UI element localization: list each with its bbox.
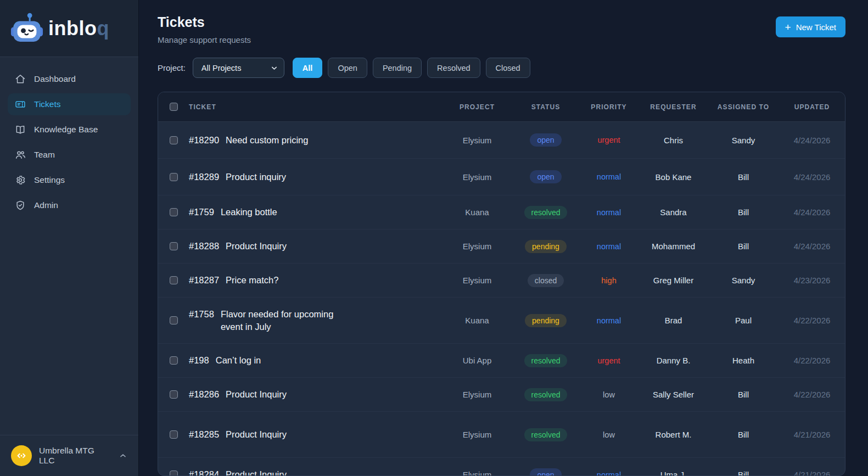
brand-name: inbloq: [48, 17, 109, 40]
row-checkbox[interactable]: [170, 390, 178, 399]
ticket-row[interactable]: #18287Price match?ElysiumclosedhighGreg …: [158, 264, 845, 298]
ticket-row[interactable]: #18290Need custom pricingElysiumopenurge…: [158, 122, 845, 159]
select-all-checkbox[interactable]: [170, 103, 178, 111]
new-ticket-button[interactable]: + New Ticket: [776, 16, 845, 37]
project-select[interactable]: All Projects: [193, 58, 284, 78]
status-badge: pending: [525, 240, 567, 253]
status-badge: resolved: [524, 354, 568, 367]
app-window: inbloq DashboardTicketsKnowledge BaseTea…: [0, 0, 868, 476]
ticket-updated: 4/24/2026: [779, 242, 845, 251]
ticket-row[interactable]: #1758Flavor needed for upcoming event in…: [158, 298, 845, 344]
row-checkbox[interactable]: [170, 430, 178, 439]
filter-tab-pending[interactable]: Pending: [373, 58, 422, 78]
sidebar-item-label: Admin: [34, 200, 58, 210]
ticket-assignee: Bill: [708, 172, 779, 182]
ticket-id: #198: [189, 354, 209, 366]
sidebar-item-knowledge-base[interactable]: Knowledge Base: [8, 119, 131, 141]
ticket-row[interactable]: #18284Product InquiryElysiumopennormalUm…: [158, 458, 845, 476]
row-checkbox[interactable]: [170, 208, 178, 216]
status-badge: resolved: [524, 206, 568, 219]
filter-tab-resolved[interactable]: Resolved: [427, 58, 480, 78]
column-header-updated: UPDATED: [779, 103, 845, 111]
ticket-assignee: Heath: [708, 356, 779, 365]
book-icon: [15, 124, 26, 135]
row-checkbox[interactable]: [170, 471, 178, 476]
org-name: Umbrella MTG LLC: [39, 446, 110, 466]
ticket-updated: 4/23/2026: [779, 276, 845, 285]
column-header-ticket: TICKET: [189, 103, 441, 111]
ticket-requester: Danny B.: [639, 356, 708, 365]
org-switcher[interactable]: Umbrella MTG LLC: [0, 435, 138, 476]
priority-label: low: [603, 430, 615, 439]
status-badge: resolved: [524, 388, 568, 401]
priority-label: normal: [597, 172, 621, 181]
ticket-id: #18285: [189, 428, 219, 440]
ticket-id: #1758: [189, 308, 214, 320]
filter-tab-closed[interactable]: Closed: [486, 58, 530, 78]
shield-check-icon: [15, 200, 26, 211]
ticket-assignee: Paul: [708, 316, 779, 325]
ticket-project: Elysium: [441, 276, 513, 285]
sidebar-item-team[interactable]: Team: [8, 144, 131, 166]
ticket-id: #18287: [189, 274, 219, 286]
ticket-updated: 4/22/2026: [779, 356, 845, 365]
ticket-updated: 4/24/2026: [779, 208, 845, 217]
priority-label: low: [603, 390, 615, 399]
ticket-requester: Sally Seller: [639, 390, 708, 399]
main-content: Tickets Manage support requests + New Ti…: [139, 0, 868, 476]
sidebar-nav: DashboardTicketsKnowledge BaseTeamSettin…: [0, 57, 138, 227]
row-checkbox[interactable]: [170, 242, 178, 250]
sidebar-item-label: Knowledge Base: [34, 125, 98, 135]
robot-mascot-icon: [10, 12, 44, 46]
ticket-row[interactable]: #1759Leaking bottleKuanaresolvednormalSa…: [158, 195, 845, 229]
row-checkbox[interactable]: [170, 173, 178, 181]
ticket-project: Elysium: [441, 136, 513, 145]
ticket-updated: 4/22/2026: [779, 390, 845, 399]
ticket-id: #1759: [189, 206, 214, 218]
sidebar-item-settings[interactable]: Settings: [8, 169, 131, 191]
sidebar-item-tickets[interactable]: Tickets: [8, 93, 131, 115]
page-title: Tickets: [158, 14, 251, 30]
status-badge: closed: [528, 274, 564, 287]
ticket-updated: 4/24/2026: [779, 136, 845, 145]
sidebar-item-label: Dashboard: [34, 74, 76, 84]
ticket-requester: Sandra: [639, 208, 708, 217]
ticket-assignee: Bill: [708, 242, 779, 251]
sidebar-item-admin[interactable]: Admin: [8, 194, 131, 216]
sidebar: inbloq DashboardTicketsKnowledge BaseTea…: [0, 0, 139, 476]
plus-icon: +: [785, 22, 791, 32]
column-header-status: STATUS: [513, 103, 579, 111]
priority-label: urgent: [597, 356, 620, 365]
priority-label: high: [601, 276, 616, 285]
ticket-requester: Uma J.: [639, 470, 708, 476]
page-subtitle: Manage support requests: [158, 35, 251, 44]
filter-bar: Project: All Projects AllOpenPendingReso…: [158, 58, 845, 78]
sidebar-item-dashboard[interactable]: Dashboard: [8, 68, 131, 90]
ticket-id: #18286: [189, 388, 219, 400]
ticket-updated: 4/24/2026: [779, 172, 845, 182]
status-badge: open: [530, 170, 561, 183]
row-checkbox[interactable]: [170, 136, 178, 144]
row-checkbox[interactable]: [170, 276, 178, 284]
ticket-row[interactable]: #18286Product InquiryElysiumresolvedlowS…: [158, 378, 845, 412]
row-checkbox[interactable]: [170, 356, 178, 365]
ticket-row[interactable]: #18285Product InquiryElysiumresolvedlowR…: [158, 412, 845, 458]
org-badge-icon: [11, 445, 32, 466]
ticket-row[interactable]: #198Can’t log inUbi AppresolvedurgentDan…: [158, 344, 845, 378]
filter-tab-all[interactable]: All: [293, 58, 323, 78]
filter-tab-open[interactable]: Open: [328, 58, 367, 78]
ticket-title: Product inquiry: [226, 171, 286, 183]
priority-label: normal: [597, 242, 621, 251]
ticket-row[interactable]: #18289Product inquiryElysiumopennormalBo…: [158, 159, 845, 195]
ticket-title: Flavor needed for upcoming event in July: [221, 308, 358, 333]
status-badge: pending: [525, 314, 567, 327]
ticket-requester: Mohammed: [639, 242, 708, 251]
ticket-assignee: Bill: [708, 470, 779, 476]
ticket-requester: Bob Kane: [639, 172, 708, 182]
ticket-row[interactable]: #18288Product InquiryElysiumpendingnorma…: [158, 229, 845, 264]
ticket-project: Elysium: [441, 242, 513, 251]
ticket-title: Leaking bottle: [221, 206, 277, 218]
row-checkbox[interactable]: [170, 316, 178, 324]
ticket-project: Kuana: [441, 316, 513, 325]
ticket-assignee: Bill: [708, 208, 779, 217]
